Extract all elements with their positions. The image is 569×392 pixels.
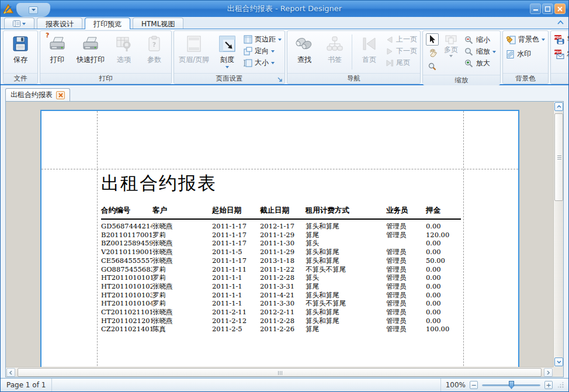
last-page-button[interactable]: 尾页 [386,58,417,68]
table-row: GD5687444214张晓燕2011-1-172012-1-17算头和算尾管理… [101,219,461,231]
table-cell: BZ0012589459 [101,239,152,248]
group-export: PDF 导出文件 PDF [550,30,569,84]
table-cell: 张晓燕 [152,317,212,325]
table-row: GO8875455683罗莉2011-1-112011-1-22不算头不算尾管理… [101,265,461,274]
first-page-button[interactable]: 首页 [354,32,384,65]
header-footer-button[interactable]: 页眉/页脚 [176,32,212,65]
preview-canvas[interactable]: 出租合约报表 合约编号 客户 起始日期 截止日期 租用计费方式 [6,102,553,367]
scroll-right-button[interactable] [544,368,553,377]
pointer-tool-button[interactable] [426,33,439,46]
zoom-out-button[interactable]: − [470,381,478,389]
resize-grip-icon[interactable] [558,382,564,388]
next-page-button[interactable]: 下一页 [386,46,417,56]
chevron-left-icon [9,370,12,375]
document-tab[interactable]: 出租合约报表 [5,88,70,101]
chevron-down-icon [22,23,26,25]
parameters-button[interactable]: ? 参数 [139,32,169,65]
table-cell: 算头和算尾 [306,308,386,317]
vertical-scrollbar[interactable] [553,102,563,367]
binoculars-icon [294,35,314,53]
horizontal-scrollbar[interactable] [6,367,553,377]
table-row: HT2011010103罗莉2011-1-12011-4-21算头和算尾管理员0… [101,291,461,300]
table-cell: 2011-1-17 [212,239,260,248]
table-row: V20110119001张晓燕2011-1-52011-1-29算头和算尾管理员… [101,248,461,256]
quick-access-dropdown-button[interactable] [29,6,38,14]
table-cell: 罗莉 [152,299,212,308]
table-cell: 张晓燕 [152,239,212,248]
scroll-down-button[interactable] [554,358,563,366]
margins-icon [244,35,252,44]
chevron-up-icon [557,20,564,25]
tab-html-view[interactable]: HTML视图 [133,18,183,29]
column-header: 押金 [426,206,461,219]
size-button[interactable]: 大小 [244,58,282,68]
table-cell: 管理员 [386,291,426,300]
zoom-in-button[interactable]: + [544,381,553,389]
magnifier-tool-button[interactable] [426,60,439,72]
prev-page-icon [386,36,394,43]
background-color-button[interactable]: 背景色 [506,34,545,44]
table-cell: 2011-2-28 [260,317,306,325]
app-menu-button[interactable] [4,18,34,29]
save-button[interactable]: 保存 [5,32,36,65]
close-button[interactable] [554,4,565,14]
scroll-left-button[interactable] [6,368,15,377]
table-cell: 2013-1-18 [260,256,306,265]
table-cell: 2011-2-26 [260,325,306,334]
document-tab-close-button[interactable] [56,91,65,99]
prev-page-button[interactable]: 上一页 [386,34,417,44]
zoom-in-button[interactable]: 放大 [464,58,496,68]
horizontal-scrollbar-thumb[interactable] [18,368,542,377]
zoom-out-button[interactable]: 缩小 [464,35,496,45]
group-zoom: 多页 缩小 [422,30,501,84]
collapse-ribbon-button[interactable] [557,16,564,27]
vertical-scrollbar-thumb[interactable] [554,113,563,201]
zoom-slider-thumb[interactable] [509,381,514,389]
find-button[interactable]: 查找 [289,32,320,65]
tab-report-design[interactable]: 报表设计 [37,18,82,29]
send-email-button[interactable]: PDF 发送e-mail [554,49,569,59]
orientation-button[interactable]: 定向 [244,46,282,56]
maximize-button[interactable] [542,4,553,14]
print-button[interactable]: ? 打印 [42,32,72,65]
report-table: 合约编号 客户 起始日期 截止日期 租用计费方式 业务员 押金 GD568744… [101,206,461,334]
table-cell: 0.00 [426,248,461,256]
tab-print-preview[interactable]: 打印预览 [85,18,130,29]
scroll-up-button[interactable] [554,102,563,111]
table-header-row: 合约编号 客户 起始日期 截止日期 租用计费方式 业务员 押金 [101,206,461,219]
bookmark-button[interactable]: 书签 [320,32,350,65]
table-cell: 算头和算尾 [306,248,386,256]
hand-tool-button[interactable] [426,47,439,59]
print-options-button[interactable]: 选项 [109,32,139,65]
zoom-button[interactable]: 缩放 [464,47,496,57]
table-cell: 算尾 [306,231,386,240]
chevron-down-icon [271,62,275,64]
page-info: Page 1 of 1 [1,379,52,391]
margins-button[interactable]: 页边距 [244,34,282,44]
table-row: HT2011010101罗莉2011-1-12011-2-28算头管理员0.00 [101,273,461,282]
group-label-page-setup: 页面设置 [174,73,284,84]
ribbon-tab-row: 报表设计 打印预览 HTML视图 [1,17,568,29]
export-file-button[interactable]: PDF 导出文件 [554,34,569,44]
scale-button[interactable]: 刻度 [212,32,242,68]
orientation-icon [244,47,252,55]
table-cell: 张晓燕 [152,282,212,291]
watermark-button[interactable]: 水印 [506,49,545,59]
table-cell: 0.00 [426,282,461,291]
multiple-pages-button[interactable]: 多页 [440,33,462,72]
table-cell: 张晓燕 [152,308,212,317]
send-email-icon: PDF [554,49,564,59]
zoom-level: 100% [446,381,466,389]
zoom-slider[interactable] [482,381,540,389]
table-cell: 算头和算尾 [306,291,386,300]
table-cell: HT2011010104 [101,299,152,308]
group-page-setup: 页眉/页脚 刻度 [174,30,285,84]
quick-print-button[interactable]: 快速打印 [72,32,109,65]
group-background: 背景色 水印 背景色 [502,30,549,84]
chevron-down-icon [271,50,275,53]
minimize-button[interactable] [530,4,541,14]
dialog-launcher-icon[interactable] [277,75,283,85]
table-cell: 张晓燕 [152,248,212,256]
first-page-icon [361,36,377,51]
table-cell: GO8875455683 [101,265,152,274]
